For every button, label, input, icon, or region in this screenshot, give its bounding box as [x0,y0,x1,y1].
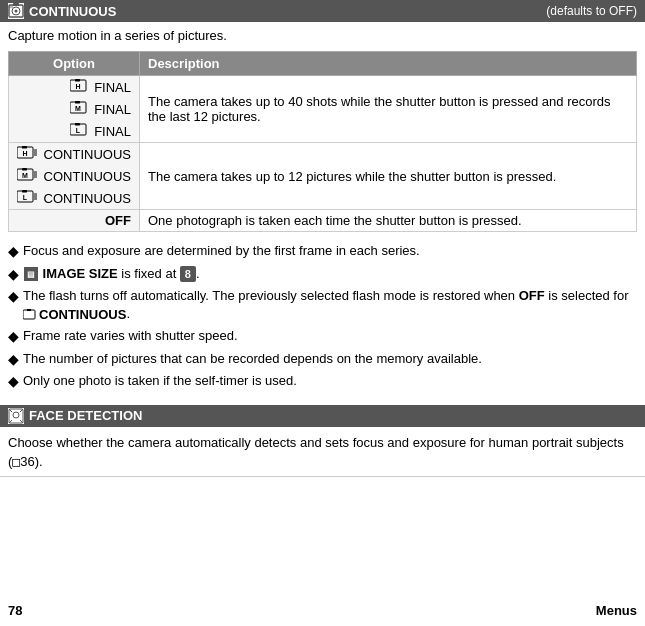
header-left: CONTINUOUS [8,3,116,19]
note-5-text: The number of pictures that can be recor… [23,350,637,368]
svg-text:L: L [23,194,28,201]
page-footer: 78 Menus [8,603,637,618]
table-row: H FINAL The camera takes up to 40 shots … [9,76,637,99]
options-table: Option Description H FINAL The camera ta… [8,51,637,232]
note-2: ◆ ▤ IMAGE SIZE is fixed at 8. [8,265,637,285]
svg-text:L: L [75,127,80,134]
desc-continuous: The camera takes up to 12 pictures while… [140,143,637,210]
intro-text: Capture motion in a series of pictures. [0,22,645,47]
svg-rect-12 [75,123,80,126]
svg-rect-27 [27,309,31,311]
svg-point-3 [15,10,18,13]
svg-text:M: M [75,105,81,112]
svg-rect-17 [34,149,37,156]
note-1-text: Focus and exposure are determined by the… [23,242,637,260]
face-body-end: ). [35,454,43,469]
option-final-h: H FINAL [9,76,140,99]
svg-rect-23 [22,190,27,193]
svg-rect-4 [9,5,13,8]
desc-final: The camera takes up to 40 shots while th… [140,76,637,143]
note-3: ◆ The flash turns off automatically. The… [8,287,637,324]
note-6-text: Only one photo is taken if the self-time… [23,372,637,390]
note-bullet: ◆ [8,327,19,347]
note-bullet: ◆ [8,265,19,285]
note-bullet: ◆ [8,242,19,262]
section-title: CONTINUOUS [29,4,116,19]
svg-rect-21 [34,171,37,178]
final-l-icon: L [70,123,88,138]
note-3-text: The flash turns off automatically. The p… [23,287,637,324]
image-size-icon: ▤ [24,267,38,281]
table-row: OFF One photograph is taken each time th… [9,210,637,232]
note-2-text: ▤ IMAGE SIZE is fixed at 8. [23,265,637,283]
svg-rect-26 [23,310,35,319]
final-h-icon: H [70,79,88,94]
svg-text:M: M [22,172,28,179]
option-off: OFF [9,210,140,232]
svg-rect-19 [22,168,27,171]
option-continuous-m: M CONTINUOUS [9,165,140,187]
continuous-icon [8,3,24,19]
continuous-l-icon: L [17,190,37,205]
continuous-h-icon: H [17,146,37,161]
option-continuous-h: H CONTINUOUS [9,143,140,166]
note-2-bold: ▤ IMAGE SIZE [23,266,121,281]
svg-text:H: H [22,150,27,157]
col-header-description: Description [140,52,637,76]
note-bullet: ◆ [8,287,19,307]
table-row: H CONTINUOUS The camera takes up to 12 p… [9,143,637,166]
face-body-text: Choose whether the camera automatically … [8,435,624,470]
svg-rect-9 [75,101,80,104]
option-final-l: L FINAL [9,120,140,143]
option-final-m: M FINAL [9,98,140,120]
svg-text:H: H [75,83,80,90]
notes-section: ◆ Focus and exposure are determined by t… [0,236,645,401]
note-1: ◆ Focus and exposure are determined by t… [8,242,637,262]
face-detection-header: FACE DETECTION [0,405,645,427]
note-bullet: ◆ [8,350,19,370]
continuous-bold: CONTINUOUS [39,306,126,324]
svg-rect-25 [34,193,37,200]
continuous-m-icon: M [17,168,37,183]
continuous-section-header: CONTINUOUS (defaults to OFF) [0,0,645,22]
note-6: ◆ Only one photo is taken if the self-ti… [8,372,637,392]
desc-off: One photograph is taken each time the sh… [140,210,637,232]
continuous-inline: CONTINUOUS [23,306,126,324]
note-5: ◆ The number of pictures that can be rec… [8,350,637,370]
off-bold: OFF [519,288,545,303]
face-detection-title: FACE DETECTION [29,408,142,423]
option-continuous-l: L CONTINUOUS [9,187,140,210]
page-number: 78 [8,603,22,618]
svg-rect-6 [75,79,80,82]
col-header-option: Option [9,52,140,76]
svg-point-29 [13,412,19,418]
page-label: Menus [596,603,637,618]
face-detection-icon [8,408,24,424]
size-8-badge: 8 [180,266,196,282]
header-default-text: (defaults to OFF) [546,4,637,18]
svg-rect-15 [22,146,27,149]
svg-rect-1 [13,3,19,6]
face-body-ref: □ [12,454,20,469]
note-4: ◆ Frame rate varies with shutter speed. [8,327,637,347]
face-body-page: 36 [20,454,34,469]
note-bullet: ◆ [8,372,19,392]
face-detection-body: Choose whether the camera automatically … [0,427,645,477]
note-4-text: Frame rate varies with shutter speed. [23,327,637,345]
final-m-icon: M [70,101,88,116]
